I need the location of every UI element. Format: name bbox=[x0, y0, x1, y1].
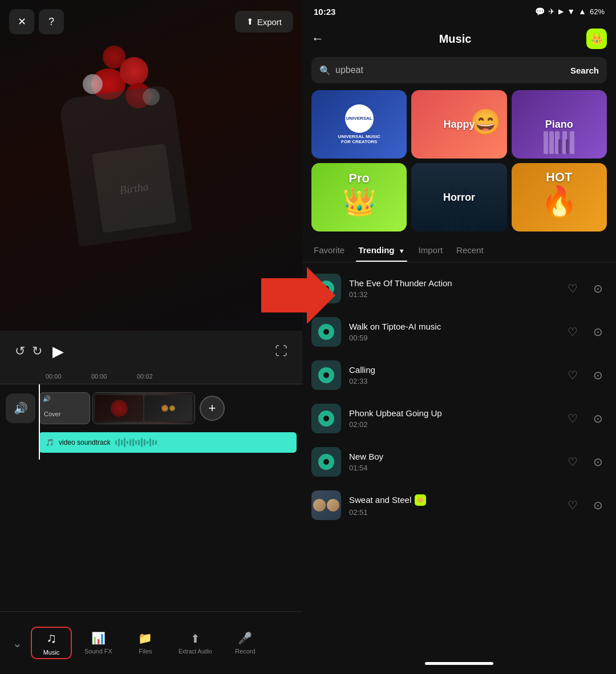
download-button-2[interactable]: ⊙ bbox=[589, 323, 607, 341]
timeline-area: 00:00 00:00 00:02 🔊 🔊 Cover bbox=[0, 368, 302, 611]
music-disc-icon bbox=[318, 324, 334, 340]
song-item[interactable]: The Eve Of Thunder Action 01:32 ♡ ⊙ bbox=[302, 267, 616, 310]
song-name-5: New Boy bbox=[349, 452, 556, 461]
category-pro[interactable]: Pro 👑 bbox=[311, 163, 407, 232]
song-item[interactable]: New Boy 01:54 ♡ ⊙ bbox=[302, 440, 616, 484]
download-button-5[interactable]: ⊙ bbox=[589, 453, 607, 471]
tab-music[interactable]: ♫ Music bbox=[29, 624, 74, 661]
soundtrack-bar[interactable]: 🎵 video soundtrack bbox=[39, 432, 297, 453]
collapse-button[interactable]: ⌄ bbox=[6, 632, 29, 655]
tab-extract-audio[interactable]: ⬆ Extract Audio bbox=[168, 626, 222, 660]
music-disc-icon bbox=[318, 411, 334, 427]
search-button[interactable]: Search bbox=[570, 66, 599, 75]
song-actions-3: ♡ ⊙ bbox=[564, 366, 607, 384]
back-button[interactable]: ← bbox=[311, 31, 324, 46]
song-actions-5: ♡ ⊙ bbox=[564, 453, 607, 471]
category-horror[interactable]: Horror bbox=[411, 163, 506, 232]
playhead bbox=[39, 384, 40, 460]
download-button-1[interactable]: ⊙ bbox=[589, 279, 607, 298]
wifi-icon: ▼ bbox=[567, 7, 575, 16]
soundfx-tab-label: Sound FX bbox=[84, 648, 112, 655]
song-info-2: Walk on Tiptoe-AI music 00:59 bbox=[349, 322, 556, 342]
song-info-1: The Eve Of Thunder Action 01:32 bbox=[349, 278, 556, 299]
tab-import[interactable]: Import bbox=[416, 241, 445, 262]
music-tab-label: Music bbox=[43, 649, 60, 656]
youtube-icon: ▶ bbox=[558, 7, 564, 15]
cover-clip[interactable]: 🔊 Cover bbox=[39, 392, 90, 424]
time-current: 00:00 bbox=[46, 373, 91, 380]
song-name-6: Sweat and Steel 👑 bbox=[349, 494, 556, 506]
help-button[interactable]: ? bbox=[39, 9, 64, 34]
fullscreen-button[interactable]: ⛶ bbox=[271, 340, 291, 362]
pro-crown-icon: 👑 bbox=[342, 186, 376, 218]
tab-record[interactable]: 🎤 Record bbox=[222, 626, 268, 660]
pro-badge: 👑 bbox=[415, 494, 426, 506]
song-info-4: Phonk Upbeat Going Up 02:02 bbox=[349, 408, 556, 429]
left-panel: Birtha ✕ ? ⬆ Export ↺ ↻ ▶ ⛶ bbox=[0, 0, 302, 674]
add-clip-button[interactable]: + bbox=[200, 396, 225, 421]
song-actions-4: ♡ ⊙ bbox=[564, 409, 607, 428]
tab-recent[interactable]: Recent bbox=[454, 241, 486, 262]
track-clips: 🔊 Cover bbox=[39, 390, 302, 427]
music-tabs: Favorite Trending ▼ Import Recent bbox=[302, 238, 616, 262]
record-tab-label: Record bbox=[235, 648, 255, 655]
category-universal[interactable]: UNIVERSAL UNIVERSAL MUSICFOR CREATORS bbox=[311, 90, 407, 159]
download-button-3[interactable]: ⊙ bbox=[589, 366, 607, 384]
music-disc-icon bbox=[318, 454, 334, 470]
redo-button[interactable]: ↻ bbox=[29, 340, 46, 362]
video-preview: Birtha bbox=[0, 0, 302, 331]
favorite-button-4[interactable]: ♡ bbox=[564, 409, 582, 428]
video-top-buttons: ✕ ? ⬆ Export bbox=[0, 9, 302, 34]
crown-icon: 👑 bbox=[590, 33, 603, 45]
soundtrack-track: 🎵 video soundtrack bbox=[39, 431, 302, 454]
song-name-3: Calling bbox=[349, 365, 556, 375]
song-duration-5: 01:54 bbox=[349, 464, 556, 472]
happy-label: Happy bbox=[443, 119, 475, 131]
favorite-button-3[interactable]: ♡ bbox=[564, 366, 582, 384]
song-info-6: Sweat and Steel 👑 02:51 bbox=[349, 494, 556, 517]
search-input[interactable]: upbeat bbox=[335, 65, 566, 75]
search-bar[interactable]: 🔍 upbeat Search bbox=[311, 57, 607, 83]
video-clip[interactable] bbox=[92, 392, 195, 424]
download-button-4[interactable]: ⊙ bbox=[589, 409, 607, 428]
favorite-button-5[interactable]: ♡ bbox=[564, 453, 582, 471]
crown-button[interactable]: 👑 bbox=[586, 29, 607, 49]
category-piano[interactable]: Piano bbox=[512, 90, 607, 159]
play-button[interactable]: ▶ bbox=[46, 339, 71, 364]
favorite-button-2[interactable]: ♡ bbox=[564, 323, 582, 341]
video-area: Birtha ✕ ? ⬆ Export bbox=[0, 0, 302, 331]
undo-button[interactable]: ↺ bbox=[11, 340, 29, 362]
song-actions-6: ♡ ⊙ bbox=[564, 496, 607, 514]
category-hot[interactable]: HOT 🔥 bbox=[512, 163, 607, 232]
record-icon: 🎤 bbox=[238, 631, 252, 645]
tab-files[interactable]: 📁 Files bbox=[123, 626, 168, 660]
song-duration-2: 00:59 bbox=[349, 334, 556, 342]
waveform bbox=[115, 437, 290, 448]
tab-soundfx[interactable]: 📊 Sound FX bbox=[74, 626, 123, 660]
files-tab-label: Files bbox=[139, 648, 152, 655]
song-item[interactable]: Walk on Tiptoe-AI music 00:59 ♡ ⊙ bbox=[302, 310, 616, 354]
song-item[interactable]: Phonk Upbeat Going Up 02:02 ♡ ⊙ bbox=[302, 397, 616, 440]
download-button-6[interactable]: ⊙ bbox=[589, 496, 607, 514]
timeline-container: 🔊 🔊 Cover bbox=[0, 384, 302, 460]
trending-arrow: ▼ bbox=[399, 247, 405, 254]
right-panel: 10:23 💬 ✈ ▶ ▼ ▲ 62% ← Music 👑 🔍 upbeat S… bbox=[302, 0, 616, 674]
song-actions-2: ♡ ⊙ bbox=[564, 323, 607, 341]
horror-label: Horror bbox=[443, 192, 475, 204]
main-track-row: 🔊 🔊 Cover bbox=[0, 390, 302, 427]
status-icons: 💬 ✈ ▶ ▼ ▲ 62% bbox=[535, 7, 605, 16]
volume-button[interactable]: 🔊 bbox=[6, 393, 35, 423]
category-happy[interactable]: Happy 😄 bbox=[411, 90, 506, 159]
export-button[interactable]: ⬆ Export bbox=[235, 11, 293, 33]
hot-label: HOT bbox=[546, 170, 572, 185]
tab-favorite[interactable]: Favorite bbox=[311, 241, 347, 262]
favorite-button-6[interactable]: ♡ bbox=[564, 496, 582, 514]
song-item[interactable]: Calling 02:33 ♡ ⊙ bbox=[302, 354, 616, 397]
close-button[interactable]: ✕ bbox=[9, 9, 34, 34]
music-disc-icon bbox=[318, 367, 334, 383]
song-item[interactable]: Sweat and Steel 👑 02:51 ♡ ⊙ bbox=[302, 484, 616, 527]
music-icon: ♫ bbox=[46, 630, 56, 646]
favorite-button-1[interactable]: ♡ bbox=[564, 279, 582, 298]
tab-trending[interactable]: Trending ▼ bbox=[356, 241, 407, 262]
soundtrack-label: video soundtrack bbox=[59, 438, 111, 446]
